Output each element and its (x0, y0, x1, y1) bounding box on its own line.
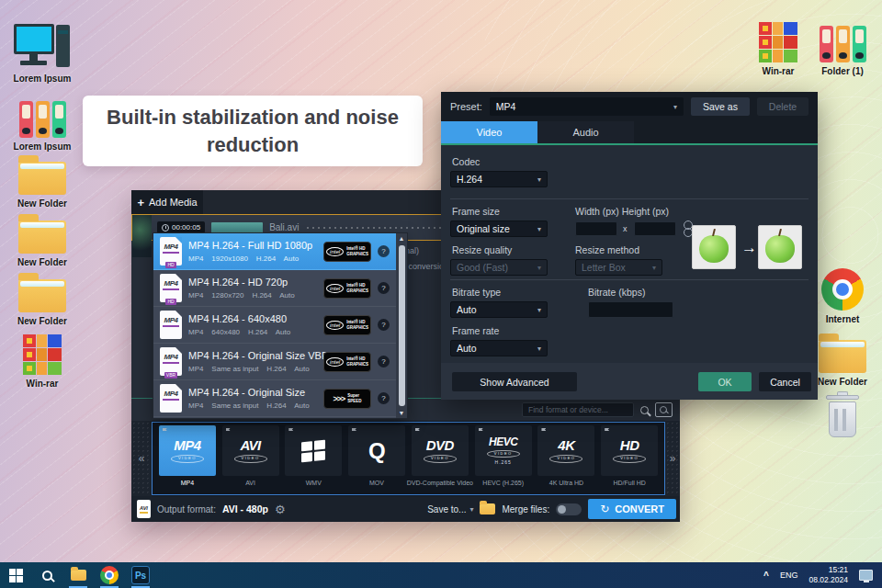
tab-video[interactable]: Video (441, 121, 537, 143)
taskbar-photoshop-button[interactable]: Ps (125, 562, 156, 588)
scroll-up-icon[interactable]: ▲ (399, 235, 405, 242)
codec-label: Codec (452, 156, 480, 167)
format-tile-wmv[interactable]: WMV (283, 425, 344, 494)
format-tile-mp4[interactable]: MP4VIDEO MP4 (157, 425, 218, 494)
taskbar-search-button[interactable] (31, 562, 62, 588)
height-input[interactable] (634, 221, 676, 236)
gear-icon[interactable]: ⚙ (275, 503, 286, 515)
settings-tabs: Video Audio (441, 121, 818, 145)
help-icon[interactable]: ? (378, 356, 390, 368)
cancel-button[interactable]: Cancel (759, 372, 811, 391)
taskbar-explorer-button[interactable] (62, 562, 94, 588)
preset-settings-panel: Preset: MP4 ▾ Save as Delete Video Audio… (441, 92, 818, 400)
codec-select[interactable]: H.264▾ (450, 171, 548, 187)
desktop-icon-computer[interactable]: Lorem Ipsum (10, 24, 74, 84)
preset-option-640x480[interactable]: MP4 MP4 H.264 - 640x480 MP4 640x480 H.26… (153, 307, 396, 344)
video-thumbnail (132, 215, 152, 257)
notification-icon[interactable] (859, 570, 873, 581)
desktop-icon-new-folder-2[interactable]: New Folder (10, 208, 74, 267)
preset-specs: MP4 Same as input H.264 Auto (188, 365, 317, 373)
chrome-icon (821, 268, 864, 311)
search-in-list-icon[interactable] (655, 402, 673, 417)
desktop-icon-winrar-left[interactable]: Win-rar (10, 329, 74, 389)
preset-option-hd-720p[interactable]: MP4HD MP4 H.264 - HD 720p MP4 1280x720 H… (153, 270, 396, 307)
ok-button[interactable]: OK (698, 372, 752, 391)
tab-audio[interactable]: Audio (537, 121, 634, 143)
taskbar-chrome-button[interactable] (94, 562, 125, 588)
format-tiles: MP4VIDEO MP4 AVIVIDEO AVI WMV Q MOV DVDV… (152, 422, 665, 495)
start-button[interactable] (0, 562, 31, 588)
tray-chevron-up-icon[interactable]: ^ (763, 571, 769, 581)
delete-button[interactable]: Delete (757, 97, 808, 116)
preset-option-original-size[interactable]: MP4 MP4 H.264 - Original Size MP4 Same a… (153, 380, 396, 417)
desktop-icon-folder-1[interactable]: Folder (1) (812, 17, 873, 76)
frame-rate-label: Frame rate (452, 325, 499, 336)
help-icon[interactable]: ? (378, 319, 390, 331)
chrome-icon (100, 566, 119, 584)
browse-folder-icon[interactable] (480, 503, 495, 514)
chevron-down-icon: ▾ (537, 225, 541, 233)
format-tile-mov[interactable]: Q MOV (346, 425, 407, 494)
system-tray: ^ ENG 15:21 08.02.2024 (763, 565, 882, 586)
strip-scroll-right-button[interactable]: » (665, 421, 680, 496)
folder-icon (18, 220, 66, 254)
preset-option-fullhd-1080p[interactable]: MP4HD MP4 H.264 - Full HD 1080p MP4 1920… (153, 233, 396, 270)
help-icon[interactable]: ? (378, 245, 390, 257)
format-tile-hd[interactable]: HDVIDEO HD/Full HD (599, 425, 660, 494)
chevron-down-icon: ▾ (537, 264, 541, 272)
frame-size-select[interactable]: Original size▾ (450, 220, 548, 237)
computer-icon (14, 24, 71, 70)
bitrate-input[interactable] (588, 301, 673, 318)
language-indicator[interactable]: ENG (780, 571, 798, 580)
strip-scroll-left-button[interactable]: « (131, 421, 152, 496)
frame-rate-select[interactable]: Auto▾ (450, 340, 548, 356)
aspect-link-icon[interactable] (684, 220, 692, 237)
preset-select[interactable]: MP4 ▾ (490, 97, 684, 116)
desktop-icon-new-folder-right[interactable]: New Folder (812, 327, 873, 387)
preset-option-original-size-vbr[interactable]: MP4VBR MP4 H.264 - Original Size VBR MP4… (153, 344, 396, 380)
convert-label: CONVERT (615, 503, 664, 514)
help-icon[interactable]: ? (378, 392, 390, 404)
resize-method-label: Resize method (575, 244, 639, 255)
add-media-button[interactable]: + Add Media (131, 190, 203, 214)
divider (450, 279, 808, 280)
preset-title: MP4 H.264 - Full HD 1080p (188, 240, 317, 251)
format-tile-4k[interactable]: 4KVIDEO 4K Ultra HD (537, 425, 597, 494)
clock-display[interactable]: 15:21 08.02.2024 (808, 565, 848, 586)
scrollbar-thumb[interactable] (399, 245, 405, 406)
merge-files-toggle[interactable] (556, 503, 582, 515)
show-advanced-button[interactable]: Show Advanced (452, 372, 577, 391)
search-icon[interactable] (640, 406, 649, 414)
convert-button[interactable]: ↻ CONVERT (588, 499, 676, 519)
help-icon[interactable]: ? (378, 282, 390, 294)
search-icon (42, 571, 52, 581)
preset-title: MP4 H.264 - Original Size (188, 387, 317, 398)
format-tile-avi[interactable]: AVIVIDEO AVI (220, 425, 281, 494)
intel-hd-graphics-badge: intel Intel® HDGRAPHICS (323, 315, 371, 335)
plus-icon: + (137, 196, 144, 209)
scroll-down-icon[interactable]: ▼ (399, 410, 405, 416)
format-search-input[interactable] (522, 402, 634, 417)
divider (450, 198, 808, 199)
desktop-icon-binders[interactable]: Lorem Ipsum (10, 92, 74, 152)
desktop-icon-internet[interactable]: Internet (812, 265, 873, 324)
quicktime-icon: Q (368, 440, 385, 462)
desktop-icon-new-folder-1[interactable]: New Folder (10, 149, 74, 209)
mp4-file-icon: MP4HD (160, 274, 182, 302)
mp4-file-icon: MP4HD (160, 237, 182, 266)
mp4-file-icon: MP4VBR (160, 347, 182, 376)
intel-hd-graphics-badge: intel Intel® HDGRAPHICS (323, 352, 371, 372)
format-tile-hevc[interactable]: HEVCVIDEOH.265 HEVC (H.265) (473, 425, 534, 494)
winrar-icon (759, 22, 797, 62)
preset-specs: MP4 Same as input H.264 Auto (188, 401, 317, 410)
format-tile-dvd[interactable]: DVDVIDEO DVD-Compatible Video (410, 425, 470, 494)
save-to-dropdown[interactable]: Save to... ▾ (427, 504, 473, 514)
save-as-button[interactable]: Save as (691, 97, 750, 116)
bitrate-type-select[interactable]: Auto▾ (450, 301, 548, 318)
desktop-icon-winrar-right[interactable]: Win-rar (749, 17, 808, 76)
desktop-icon-recycle-bin[interactable] (812, 388, 873, 437)
avi-file-icon: AVI (137, 500, 151, 518)
width-input[interactable] (575, 221, 617, 236)
desktop-icon-new-folder-3[interactable]: New Folder (10, 266, 74, 326)
bitrate-label: Bitrate (kbps) (588, 287, 645, 298)
